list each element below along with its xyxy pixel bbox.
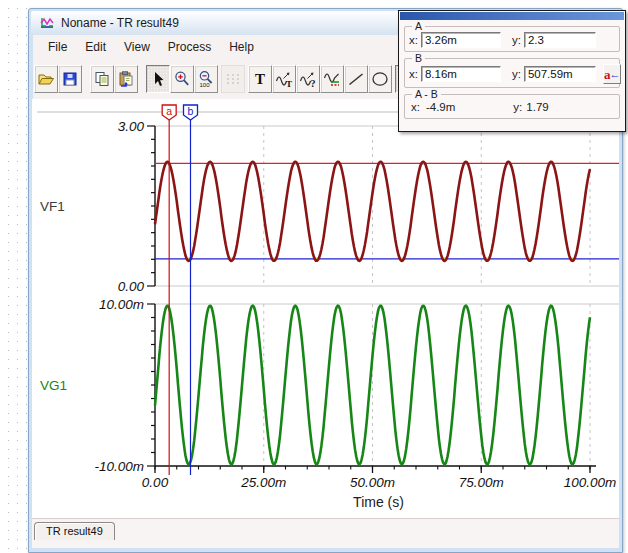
zoom-out-button[interactable]: 100 <box>194 65 218 93</box>
gridline-horizontal <box>155 126 619 304</box>
cursor-a-y-label: y: <box>512 34 521 46</box>
cursor-b-group-label: B <box>412 52 425 64</box>
paste-button[interactable] <box>114 65 138 93</box>
tab-tr-result49[interactable]: TR result49 <box>34 522 115 540</box>
y-tick-label: 10.00m <box>99 297 144 312</box>
line-tool-icon <box>347 70 365 88</box>
cursor-a-x-input[interactable] <box>421 32 501 48</box>
paste-icon <box>117 70 135 88</box>
curve-legend-icon <box>323 70 341 88</box>
cursor-b-y-label: y: <box>512 68 521 80</box>
trace-name-label: VG1 <box>40 378 67 393</box>
zoom-in-icon <box>173 70 191 88</box>
cursor-a-group: A x: y: <box>404 26 620 52</box>
ellipse-tool-icon <box>371 70 389 88</box>
curve-label-glyph: T <box>286 79 292 88</box>
move-cursor-a-here-button[interactable]: a ← <box>603 64 622 84</box>
chart-plot-area[interactable]: 3.000.00VF110.00m-10.00mVG10.0025.00m50.… <box>32 99 619 524</box>
panel-titlebar[interactable] <box>400 12 624 20</box>
cursor-b-y-input[interactable] <box>524 66 596 82</box>
cursor-a-group-label: A <box>412 20 425 32</box>
curve-label-icon: T <box>275 70 293 88</box>
curve-query-glyph: ? <box>311 78 316 88</box>
grid-icon <box>224 70 242 88</box>
curve-legend-button[interactable] <box>320 65 344 93</box>
copy-button[interactable] <box>90 65 114 93</box>
cursor-diff-group: A - B x: -4.9m y: 1.79 <box>404 94 620 119</box>
open-button[interactable] <box>34 65 58 93</box>
curve-label-button[interactable]: T <box>272 65 296 93</box>
trace-name-label: VF1 <box>40 199 65 214</box>
select-cursor-button[interactable] <box>146 65 170 93</box>
save-floppy-icon <box>61 70 79 88</box>
x-tick-label: 50.00m <box>350 475 395 490</box>
text-tool-glyph: T <box>255 71 265 87</box>
cursor-a-x-label: x: <box>409 34 418 46</box>
diagram-window-icon <box>40 16 55 30</box>
y-tick-label: 3.00 <box>118 119 145 134</box>
menu-process[interactable]: Process <box>160 37 219 57</box>
tab-bar: TR result49 <box>32 518 619 548</box>
diff-x-value: -4.9m <box>426 101 455 113</box>
arrow-cursor-icon <box>149 70 167 88</box>
cursor-a-y-input[interactable] <box>524 32 596 48</box>
menu-view[interactable]: View <box>116 37 158 57</box>
menu-file[interactable]: File <box>40 37 75 57</box>
x-tick-label: 75.00m <box>459 475 504 490</box>
waveform-vg1 <box>155 306 590 465</box>
diff-y-label: y: <box>513 101 522 113</box>
cursor-b-x-input[interactable] <box>421 66 501 82</box>
cursor-b-flag-label: b <box>188 105 194 117</box>
menu-edit[interactable]: Edit <box>77 37 114 57</box>
x-axis-title: Time (s) <box>353 494 404 510</box>
open-folder-icon <box>37 70 55 88</box>
y-tick-label: -10.00m <box>94 459 144 474</box>
text-tool-icon: T <box>251 70 269 88</box>
x-tick-label: 25.00m <box>240 475 286 490</box>
desktop-background: Noname - TR result49 File Edit View Proc… <box>0 0 628 553</box>
curve-query-button[interactable]: ? <box>296 65 320 93</box>
cursor-values-panel: A x: y: B x: y: a ← A - B <box>398 10 626 132</box>
cursor-a-flag-label: a <box>166 105 172 117</box>
grid-button <box>221 65 245 93</box>
zoom-in-button[interactable] <box>170 65 194 93</box>
zoom-out-100-icon: 100 <box>197 70 215 88</box>
y-tick-label: 0.00 <box>118 279 145 294</box>
copy-icon <box>93 70 111 88</box>
diff-x-label: x: <box>411 101 420 113</box>
zoom-out-caption: 100 <box>200 82 211 88</box>
diff-y-value: 1.79 <box>526 101 548 113</box>
text-tool-button[interactable]: T <box>248 65 272 93</box>
curve-query-icon: ? <box>299 70 317 88</box>
left-arrow-icon: ← <box>609 69 620 80</box>
line-tool-button[interactable] <box>344 65 368 93</box>
ellipse-tool-button[interactable] <box>368 65 392 93</box>
window-title: Noname - TR result49 <box>61 16 179 30</box>
cursor-b-x-label: x: <box>409 68 418 80</box>
x-tick-label: 100.00m <box>564 475 617 490</box>
save-button[interactable] <box>58 65 82 93</box>
x-tick-label: 0.00 <box>142 475 169 490</box>
menu-help[interactable]: Help <box>221 37 262 57</box>
cursor-b-group: B x: y: a ← <box>404 58 620 88</box>
cursor-diff-group-label: A - B <box>412 88 441 100</box>
